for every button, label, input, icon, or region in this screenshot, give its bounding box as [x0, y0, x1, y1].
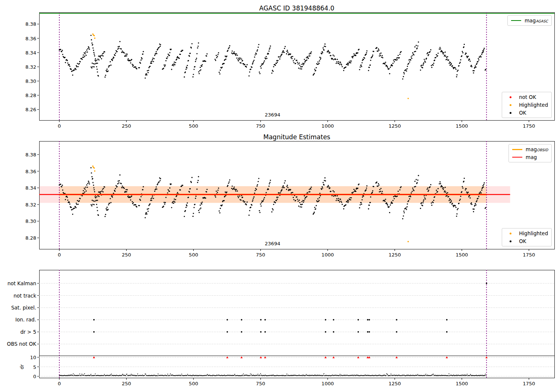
orange-dot-swatch	[505, 104, 516, 106]
legend-label: Highlighted	[519, 102, 548, 108]
legend-row-ok: OK	[505, 110, 548, 116]
obsid-label-top: 23694	[265, 112, 280, 118]
flag-points	[93, 283, 487, 333]
figure: AGASC ID 381948864.0 Magnitude Estimates…	[0, 0, 560, 392]
legend-label: OK	[519, 238, 526, 244]
scatter-ok-agasc	[59, 35, 486, 80]
legend-row-not-ok: not OK	[505, 94, 548, 100]
legend-mag-agasc: magAGASC	[507, 15, 552, 26]
flag-gridlines	[39, 283, 554, 376]
legend-row-ok-2: OK	[505, 238, 548, 244]
orange-dot-swatch	[505, 233, 516, 234]
legend-label: mag	[526, 154, 537, 160]
legend-row-highlighted: Highlighted	[505, 102, 548, 108]
legend-row-mag-obsid: magOBSID	[512, 146, 548, 152]
reference-lines	[39, 13, 554, 195]
obsid-label-middle: 23694	[265, 241, 280, 246]
black-dot-swatch	[505, 112, 516, 114]
legend-point-status-2: Highlighted OK	[502, 228, 552, 246]
legend-row-highlighted-2: Highlighted	[505, 230, 548, 236]
legend-label: OK	[519, 110, 526, 116]
dr-trace	[59, 373, 486, 376]
legend-mag-lines: magOBSID mag	[508, 144, 552, 162]
red-dot-swatch	[505, 96, 516, 98]
black-dot-swatch	[505, 240, 516, 242]
red-line-swatch	[512, 157, 522, 158]
green-line-swatch	[511, 20, 521, 21]
legend-label: Highlighted	[519, 230, 548, 236]
legend-label: not OK	[519, 94, 536, 100]
legend-row-mag: mag	[512, 154, 548, 160]
legend-label: magOBSID	[526, 146, 548, 152]
legend-point-status: not OK Highlighted OK	[502, 92, 552, 118]
legend-label: magAGASC	[525, 18, 548, 24]
legend-row-mag-agasc: magAGASC	[511, 18, 548, 24]
plot-canvas	[0, 0, 560, 392]
orange-line-swatch	[512, 149, 522, 150]
